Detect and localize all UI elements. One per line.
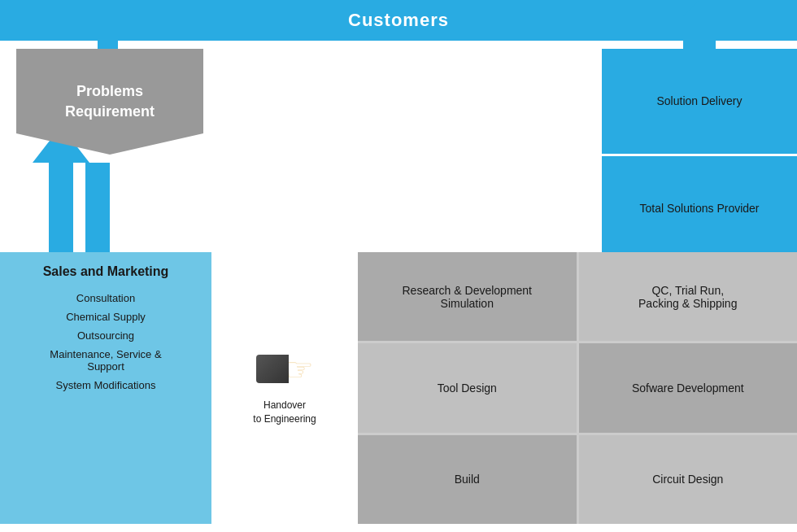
qc-text: QC, Trial Run,Packing & Shipping xyxy=(638,284,737,310)
sales-panel: Sales and Marketing Consultation Chemica… xyxy=(0,252,211,524)
sales-item-chemical: Chemical Supply xyxy=(66,311,146,323)
tool-cell: Tool Design xyxy=(358,343,577,432)
customers-title: Customers xyxy=(348,10,449,31)
solution-panel: Solution Delivery Total Solutions Provid… xyxy=(602,49,797,260)
customers-bar: Customers xyxy=(0,0,797,41)
circuit-text: Circuit Design xyxy=(652,473,723,486)
solution-delivery-text: Solution Delivery xyxy=(656,94,742,107)
software-cell: Sofware Development xyxy=(579,343,798,432)
total-solutions-box: Total Solutions Provider xyxy=(602,156,797,261)
problems-box: Problems Requirement xyxy=(16,49,203,155)
suit-sleeve: ☞ xyxy=(256,351,314,388)
problems-title: Problems Requirement xyxy=(65,81,155,122)
handover-hand: ☞ xyxy=(256,351,314,388)
software-text: Sofware Development xyxy=(632,382,744,395)
build-cell: Build xyxy=(358,435,577,524)
tool-text: Tool Design xyxy=(438,382,497,395)
sales-item-outsourcing: Outsourcing xyxy=(77,329,134,342)
rd-text: Research & DevelopmentSimulation xyxy=(402,284,532,310)
sleeve-part xyxy=(256,355,289,383)
sales-item-maintenance: Maintenance, Service &Support xyxy=(50,348,161,373)
qc-cell: QC, Trial Run,Packing & Shipping xyxy=(579,252,798,341)
handover-section: ☞ Handoverto Engineering xyxy=(211,252,358,524)
build-text: Build xyxy=(455,473,480,486)
solution-delivery-box: Solution Delivery xyxy=(602,49,797,156)
total-solutions-text: Total Solutions Provider xyxy=(639,202,759,215)
pointing-hand-icon: ☞ xyxy=(285,351,314,388)
circuit-cell: Circuit Design xyxy=(579,435,798,524)
sales-title: Sales and Marketing xyxy=(43,264,169,279)
engineering-grid: Research & DevelopmentSimulation QC, Tri… xyxy=(358,252,797,524)
sales-item-modifications: System Modifications xyxy=(56,379,156,391)
sales-item-consultation: Consultation xyxy=(76,292,135,304)
handover-label: Handoverto Engineering xyxy=(253,399,316,426)
rd-cell: Research & DevelopmentSimulation xyxy=(358,252,577,341)
